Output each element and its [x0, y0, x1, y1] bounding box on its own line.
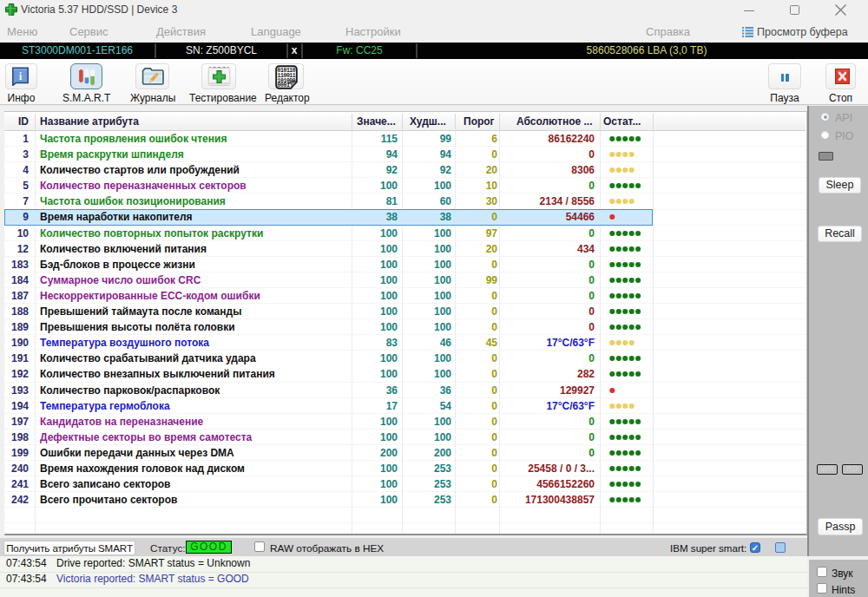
svg-text:i: i — [19, 69, 23, 82]
svg-text:0001: 0001 — [278, 82, 290, 89]
